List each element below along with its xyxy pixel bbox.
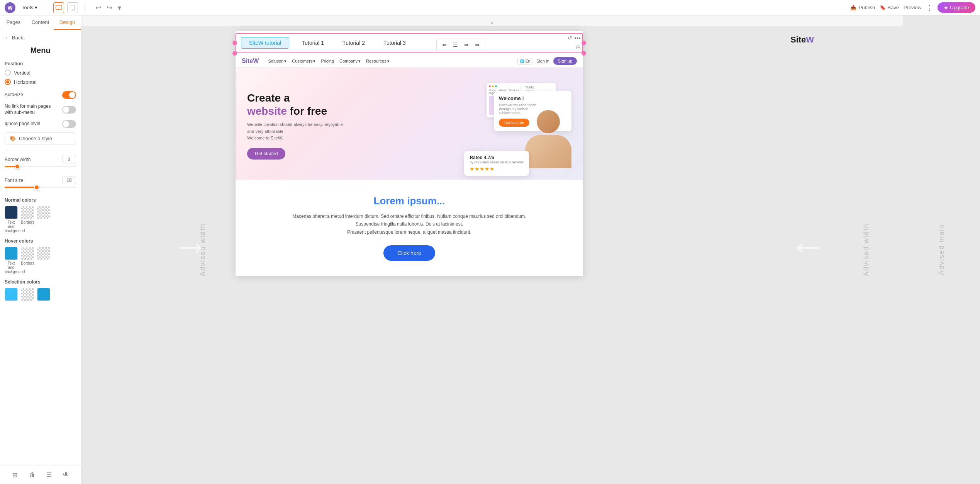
menu-more-button[interactable]: ••• [574, 35, 581, 42]
ignore-page-toggle[interactable] [62, 120, 76, 128]
autosize-toggle[interactable] [62, 91, 76, 99]
ignore-page-knob [63, 121, 69, 127]
person-image [525, 110, 571, 168]
sign-in-link[interactable]: Sign in [536, 59, 549, 63]
tab-pages[interactable]: Pages [0, 15, 27, 30]
hero-visual: Home page About us Services Blog Contact… [436, 83, 571, 168]
menu-align-left[interactable]: ⇐ [441, 41, 448, 49]
layers-icon[interactable]: ⊞ [10, 469, 20, 480]
no-link-knob [63, 107, 69, 113]
hover-color-text-bg[interactable] [5, 247, 18, 260]
hover-color-extra[interactable] [37, 247, 50, 260]
undo-button[interactable]: ↩ [94, 2, 103, 14]
no-link-row: No link for main pages with sub-menu [5, 104, 76, 115]
dot-red [489, 85, 491, 87]
font-size-section: Font size 18 [5, 177, 76, 192]
eye-icon[interactable]: 👁 [61, 469, 71, 480]
radio-vertical[interactable]: Vertical [5, 70, 76, 76]
hover-color-borders[interactable] [21, 247, 34, 260]
selection-color-2[interactable] [21, 288, 34, 301]
menu-drag-br[interactable] [582, 51, 586, 56]
menu-drag-bl[interactable] [232, 51, 237, 56]
choose-style-button[interactable]: 🎨 Choose a style [5, 132, 76, 144]
click-here-button[interactable]: Click here [383, 245, 435, 261]
mobile-icon[interactable] [67, 2, 78, 13]
menu-align-center[interactable]: ☰ [451, 41, 459, 49]
site-preview: ↺ ••• SiteW tutorial Tutorial 1 Tutorial… [236, 31, 583, 276]
lorem-title: Lorem ipsum... [243, 195, 575, 207]
border-width-thumb[interactable] [15, 164, 20, 169]
sign-up-button[interactable]: Sign up [553, 57, 577, 65]
selection-color-1[interactable] [5, 288, 18, 301]
site-logo: SiteW [242, 58, 259, 65]
menu-expand[interactable]: ⇔ [473, 41, 481, 49]
trash-icon[interactable]: 🗑 [27, 469, 37, 480]
selection-colors-section: Selection colors [5, 279, 76, 301]
bottom-icons: ⊞ 🗑 ☰ 👁 [0, 465, 81, 484]
advised-width-left: Advised width [170, 15, 236, 484]
arrow-left-canvas: ← [788, 226, 827, 265]
get-started-button[interactable]: Get started [247, 148, 285, 160]
font-size-fill [5, 187, 37, 188]
normal-colors-row: Text and background Borders [5, 206, 76, 233]
save-button[interactable]: 🔖 Save [880, 5, 899, 10]
menu-drag-right[interactable] [582, 41, 586, 45]
hero-text: Create a website for free Website creati… [247, 92, 429, 160]
nav-customers[interactable]: Customers▾ [292, 59, 315, 64]
svg-rect-0 [56, 5, 62, 9]
menu-item-1[interactable]: Tutorial 1 [294, 37, 332, 48]
nav-resources[interactable]: Resources▾ [366, 59, 390, 64]
nav-pricing[interactable]: Pricing [321, 59, 334, 63]
panel-title: Menu [5, 46, 76, 55]
nav-company[interactable]: Company▾ [339, 59, 361, 64]
dot-green [495, 85, 497, 87]
publish-icon: 📤 [850, 5, 856, 10]
publish-button[interactable]: 📤 Publish [850, 5, 875, 10]
stack-icon[interactable]: ☰ [44, 469, 54, 480]
dot-yellow [492, 85, 494, 87]
selection-colors-row [5, 288, 76, 301]
font-size-slider[interactable] [5, 187, 76, 192]
back-arrow-icon: ← [5, 35, 10, 41]
border-width-slider[interactable] [5, 166, 76, 171]
svg-point-3 [73, 9, 73, 10]
font-size-thumb[interactable] [34, 185, 39, 190]
device-icons [53, 2, 78, 13]
position-label: Position [5, 61, 76, 66]
lorem-body: Macenas pharetra metud interdum dictum. … [278, 212, 541, 236]
menu-filter-button[interactable]: ⊟ [576, 44, 581, 50]
lang-selector[interactable]: 🌐 En [517, 58, 532, 65]
menu-item-0[interactable]: SiteW tutorial [241, 37, 289, 49]
tab-content[interactable]: Content [27, 15, 54, 30]
position-options: Vertical Horizontal [5, 70, 76, 85]
menu-align-right[interactable]: ⇒ [463, 41, 470, 49]
upgrade-button[interactable]: ★ Upgrade [938, 2, 975, 13]
desktop-icon[interactable] [53, 2, 64, 13]
site-nav: SiteW Solution▾ Customers▾ Pricing Compa… [236, 55, 583, 68]
menu-reset-button[interactable]: ↺ [568, 35, 572, 41]
normal-color-text-bg[interactable] [5, 206, 18, 219]
hero-desc: Website creation should always be easy, … [247, 121, 429, 142]
back-button[interactable]: ← Back [5, 35, 76, 41]
radio-vertical-circle [5, 70, 11, 76]
normal-color-borders[interactable] [21, 206, 34, 219]
hero-section: Create a website for free Website creati… [236, 68, 583, 180]
more-button[interactable]: ⋮ [926, 3, 933, 12]
tools-menu[interactable]: Tools ▾ [22, 5, 37, 10]
nav-solution[interactable]: Solution▾ [268, 59, 287, 64]
normal-color-extra[interactable] [37, 206, 50, 219]
hero-title: Create a website for free [247, 92, 429, 117]
history-more-button[interactable]: ▾ [116, 2, 123, 14]
traffic-label: Traffic [525, 85, 552, 89]
radio-horizontal[interactable]: Horizontal [5, 79, 76, 85]
selection-color-3[interactable] [37, 288, 50, 301]
tab-design[interactable]: Design [54, 15, 81, 30]
redo-button[interactable]: ↪ [105, 2, 114, 14]
preview-button[interactable]: Preview [904, 5, 921, 10]
no-link-toggle[interactable] [62, 106, 76, 114]
canvas-area: 0 Advised width → Advised width ← ⇐ ☰ ⇒ … [81, 15, 903, 484]
radio-horizontal-dot [6, 80, 9, 83]
left-panel: Pages Content Design ← Back Menu Positio… [0, 15, 81, 484]
rating-card: Rated 4.7/5 by our users based on 915 re… [464, 151, 529, 176]
menu-drag-left[interactable] [232, 41, 237, 45]
